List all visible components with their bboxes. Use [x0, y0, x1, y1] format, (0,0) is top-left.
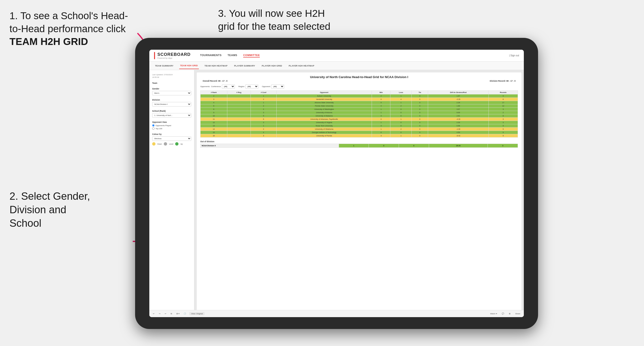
cell: 9: [200, 111, 227, 114]
paste-button[interactable]: ⊞ ▾: [175, 312, 180, 315]
cell: 1: [251, 94, 276, 98]
subnav-player-h2h-grid[interactable]: PLAYER H2H GRID: [261, 63, 283, 69]
cell: 6: [251, 118, 276, 121]
cell: 0: [412, 104, 428, 108]
cell: 8: [488, 98, 518, 101]
opponent-name: Arizona State University: [276, 101, 372, 104]
annotation-2: 2. Select Gender, Division and School: [10, 189, 123, 230]
cell: 5: [372, 101, 390, 104]
table-row: 62Florida State University4201.8312: [200, 104, 518, 108]
cell: 0: [412, 111, 428, 114]
cell: 2: [488, 111, 518, 114]
cell: [227, 111, 250, 114]
cell: 8: [488, 114, 518, 118]
tablet: SCOREBOARD Powered by clippi TOURNAMENTS…: [135, 38, 538, 329]
subnav-player-summary[interactable]: PLAYER SUMMARY: [233, 63, 256, 69]
conference-filter: Opponents: Conference (All): [200, 84, 235, 89]
copy-button[interactable]: ⧉: [170, 312, 173, 316]
cell: 2: [251, 98, 276, 101]
cell: 2.61: [428, 114, 489, 118]
cell: -6.42: [428, 134, 489, 138]
cell: 1: [372, 108, 390, 111]
ann2-line2: Division and: [10, 204, 66, 215]
team-label: Team: [152, 82, 191, 84]
cell: 12: [200, 121, 227, 124]
color-up: [175, 142, 178, 146]
subnav-player-h2h-heatmap[interactable]: PLAYER H2H HEATMAP: [288, 63, 315, 69]
conference-label: Conference: [211, 85, 221, 88]
ann1-line2: to-Head performance click: [10, 23, 126, 34]
cell: 9: [488, 131, 518, 134]
cell: 2: [251, 128, 276, 131]
cell: [227, 131, 250, 134]
radio-opponents-played[interactable]: Opponents Played: [152, 124, 191, 127]
conference-select[interactable]: (All): [222, 84, 235, 89]
opponents-label: Opponents:: [200, 85, 210, 88]
colour-select[interactable]: Win/loss: [152, 136, 191, 141]
table-row: 41Arizona State University5102.2917: [200, 101, 518, 104]
opponent-view-label: Opponent View: [152, 121, 191, 123]
undo-button[interactable]: ↩: [152, 312, 156, 315]
cell: 1.83: [428, 104, 489, 108]
team-section: Team: [152, 82, 191, 84]
division-select[interactable]: NCAA Division I: [152, 102, 191, 107]
cell: 0: [412, 101, 428, 104]
radio-opponents-input[interactable]: [152, 124, 154, 127]
back-button[interactable]: ↩: [164, 312, 168, 315]
cell: 9: [488, 128, 518, 131]
cell: 3: [488, 118, 518, 121]
cell: 1: [390, 118, 412, 121]
opponent-select[interactable]: (All): [271, 84, 284, 89]
cell: 5: [251, 114, 276, 118]
school-section: School (Rank) 1. University of Nort...: [152, 110, 191, 118]
cell: 3: [372, 114, 390, 118]
region-select[interactable]: (All): [245, 84, 258, 89]
cell: 15: [200, 131, 227, 134]
cell: -1.00: [428, 128, 489, 131]
subnav-team-h2h-heatmap[interactable]: TEAM H2H HEATMAP: [204, 63, 228, 69]
share-button[interactable]: Share: [514, 312, 522, 315]
grid-button[interactable]: ⊞: [508, 312, 512, 315]
table-row: 21Auburn University2101.679: [200, 94, 518, 98]
opponent-name: Georgia Institute of Technology: [276, 131, 372, 134]
radio-top100[interactable]: Top 100: [152, 127, 191, 130]
cell: [227, 108, 250, 111]
color-down: [152, 142, 156, 146]
ann2-line3: School: [10, 217, 42, 229]
table-row: 105University of Alabama3002.618: [200, 114, 518, 118]
view-original-label[interactable]: View: Original: [189, 312, 204, 315]
ood-win: 1: [339, 144, 369, 148]
redo-button[interactable]: ↪: [158, 312, 162, 315]
cell: -4.33: [428, 118, 489, 121]
annotation-1: 1. To see a School's Head- to-Head perfo…: [10, 9, 140, 48]
school-select[interactable]: 1. University of Nort...: [152, 113, 191, 118]
cell: 2: [251, 104, 276, 108]
radio-top100-input[interactable]: [152, 127, 154, 130]
cell: 9: [488, 134, 518, 138]
tablet-screen: SCOREBOARD Powered by clippi TOURNAMENTS…: [149, 50, 524, 317]
logo-sub: Powered by clippi: [158, 57, 190, 59]
clock-button[interactable]: 🕐: [182, 312, 187, 315]
sub-nav: TEAM SUMMARY TEAM H2H GRID TEAM H2H HEAT…: [149, 61, 524, 70]
nav-committee[interactable]: COMMITTEE: [243, 54, 260, 57]
nav-teams[interactable]: TEAMS: [228, 54, 237, 57]
ann2-line1: 2. Select Gender,: [10, 190, 90, 202]
gender-select[interactable]: Men's: [152, 91, 191, 95]
sign-out-button[interactable]: | Sign out: [509, 54, 519, 57]
subnav-team-summary[interactable]: TEAM SUMMARY: [154, 63, 174, 69]
subnav-team-h2h-grid[interactable]: TEAM H2H GRID: [179, 62, 199, 69]
opponent-name: University of Alabama: [276, 114, 372, 118]
cell: 0: [412, 94, 428, 98]
cell: 0: [372, 98, 390, 101]
cell: [227, 128, 250, 131]
bottom-bar: ↩ ↪ ↩ ⧉ ⊞ ▾ 🕐 View: Original Watch ▾ 💬 ⊞…: [149, 310, 524, 317]
watch-button[interactable]: Watch ▾: [489, 312, 498, 315]
cell: 10: [200, 114, 227, 118]
comment-button[interactable]: 💬: [500, 312, 505, 315]
nav-tournaments[interactable]: TOURNAMENTS: [200, 54, 222, 57]
cell: [227, 104, 250, 108]
cell: 0: [412, 128, 428, 131]
col-rank: # Rank: [200, 91, 227, 94]
table-row: 93University of Arizona1009.002: [200, 111, 518, 114]
cell: 0: [390, 124, 412, 128]
